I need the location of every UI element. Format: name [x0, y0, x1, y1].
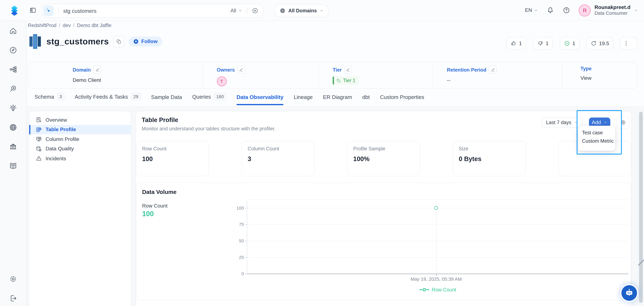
chat-assistant-button[interactable]: [622, 285, 637, 301]
tab-dbt[interactable]: dbt: [362, 94, 370, 105]
thumbs-down-icon: [537, 40, 543, 46]
downvote-button[interactable]: 1: [533, 37, 552, 50]
follow-label: Follow: [141, 39, 158, 44]
gridline-vertical: [436, 200, 436, 274]
app-root: stg customers All All Domains EN: [0, 0, 644, 306]
app-logo-icon[interactable]: [9, 5, 20, 16]
domains-globe-icon[interactable]: [9, 123, 17, 131]
y-tick: 100: [236, 205, 244, 210]
notifications-bell-icon[interactable]: [547, 7, 554, 14]
pencil-icon: [491, 68, 495, 72]
domain-value: Demo Client: [73, 77, 202, 83]
stat-card-column-count: Column Count 3: [242, 141, 315, 176]
y-tick: 25: [239, 255, 244, 260]
copy-name-button[interactable]: [113, 36, 124, 47]
redshift-table-icon: [28, 34, 42, 49]
edit-owners-button[interactable]: [237, 66, 245, 74]
observability-icon[interactable]: [9, 85, 17, 93]
version-button[interactable]: 19.5: [586, 37, 613, 50]
legend-line-icon: [420, 287, 430, 292]
star-icon: [133, 39, 139, 44]
stat-value: 100%: [353, 155, 414, 163]
subnav-item-data-quality[interactable]: Data Quality: [29, 144, 131, 154]
edit-domain-button[interactable]: [93, 66, 101, 74]
settings-gear-icon[interactable]: [9, 275, 17, 283]
stat-value: 3: [248, 155, 308, 163]
stat-label: Profile Sample: [353, 146, 414, 152]
tab-activity-feeds[interactable]: Activity Feeds & Tasks29: [75, 93, 141, 105]
insights-bulb-icon[interactable]: [9, 104, 17, 112]
incident-button[interactable]: 1: [560, 37, 579, 50]
menu-item-test-case[interactable]: Test case: [578, 129, 615, 137]
edit-retention-button[interactable]: [489, 66, 496, 74]
subnav-item-column-profile[interactable]: Column Profile: [29, 134, 131, 144]
breadcrumb-link-service[interactable]: RedshiftProd: [28, 23, 56, 28]
follow-button[interactable]: Follow: [128, 37, 162, 47]
chart-title: Data Volume: [142, 189, 176, 195]
glossary-book-icon[interactable]: [9, 162, 17, 170]
status-dot-icon: [564, 40, 570, 46]
logout-icon[interactable]: [9, 294, 17, 302]
tab-schema[interactable]: Schema3: [34, 93, 64, 105]
subnav-item-overview[interactable]: Overview: [29, 115, 131, 125]
tab-er-diagram[interactable]: ER Diagram: [323, 94, 352, 105]
breadcrumb-link-database[interactable]: dev: [63, 23, 71, 28]
chevron-down-icon: [534, 8, 538, 12]
chevron-down-icon: [574, 120, 578, 125]
metadata-band: Domain Demo Client Owners T Tier Tier 1 …: [28, 62, 638, 89]
subnav-item-table-profile[interactable]: Table Profile: [29, 125, 131, 134]
tab-lineage[interactable]: Lineage: [294, 94, 313, 105]
data-assets-sitemap-icon[interactable]: [9, 65, 17, 74]
entity-header: RedshiftProd / dev / Demo dbt Jaffle stg…: [26, 21, 644, 106]
y-tick: 0: [242, 271, 244, 276]
warning-triangle-icon: [36, 155, 42, 162]
tab-sample-data[interactable]: Sample Data: [151, 94, 182, 105]
tab-data-observability[interactable]: Data Observability: [236, 94, 284, 105]
search-input[interactable]: stg customers: [63, 8, 230, 14]
chart-legend[interactable]: Row Count: [247, 287, 628, 292]
owner-avatar[interactable]: T: [217, 76, 226, 86]
summary-metric-label: Row Count: [142, 203, 168, 209]
explore-compass-icon[interactable]: [9, 46, 17, 54]
global-search-bar[interactable]: stg customers All: [41, 4, 264, 18]
stat-card-size: Size 0 Bytes: [452, 141, 526, 176]
chevron-down-icon: [603, 120, 608, 125]
menu-item-custom-metric[interactable]: Custom Metric: [578, 137, 615, 145]
subnav-item-incidents[interactable]: Incidents: [29, 154, 131, 163]
home-icon[interactable]: [9, 27, 17, 35]
divider: [58, 7, 59, 15]
breadcrumb-link-schema[interactable]: Demo dbt Jaffle: [77, 23, 112, 28]
kebab-menu-icon: [623, 40, 629, 46]
tag-icon: [336, 78, 341, 83]
page-scrollbar[interactable]: [639, 112, 643, 303]
tab-badge: 180: [214, 93, 226, 100]
database-check-icon: [36, 146, 42, 152]
edit-tier-button[interactable]: [344, 66, 352, 74]
language-selector[interactable]: EN: [525, 7, 538, 13]
user-menu[interactable]: R Rounakpreet.d Data Consumer: [579, 4, 638, 16]
pencil-icon: [239, 68, 243, 72]
time-range-dropdown[interactable]: Last 7 days: [542, 117, 583, 128]
tab-queries[interactable]: Queries180: [192, 93, 226, 105]
page-title: stg_customers: [46, 37, 109, 47]
sidebar-toggle-icon[interactable]: [29, 7, 36, 14]
help-icon[interactable]: [563, 7, 570, 14]
content-area: Overview Table Profile Column Profile Da…: [26, 106, 644, 306]
stat-label: Size: [459, 146, 520, 152]
upvote-count: 1: [519, 41, 522, 46]
profile-settings-button[interactable]: [616, 116, 630, 129]
domains-filter-label: All Domains: [288, 8, 317, 14]
governance-bank-icon[interactable]: [9, 143, 17, 151]
doc-search-icon: [36, 117, 42, 123]
retention-label: Retention Period: [447, 67, 486, 73]
upvote-button[interactable]: 1: [506, 37, 526, 50]
meta-tier: Tier Tier 1: [318, 62, 432, 88]
clear-search-icon[interactable]: [252, 7, 258, 14]
type-label: Type: [580, 66, 592, 72]
search-scope-dropdown[interactable]: All: [230, 8, 242, 14]
tab-custom-properties[interactable]: Custom Properties: [380, 94, 424, 105]
stat-card-row-count: Row Count 100: [136, 141, 209, 176]
domains-filter[interactable]: All Domains: [274, 4, 329, 17]
more-actions-button[interactable]: [620, 37, 638, 50]
tier-badge[interactable]: Tier 1: [333, 76, 359, 85]
